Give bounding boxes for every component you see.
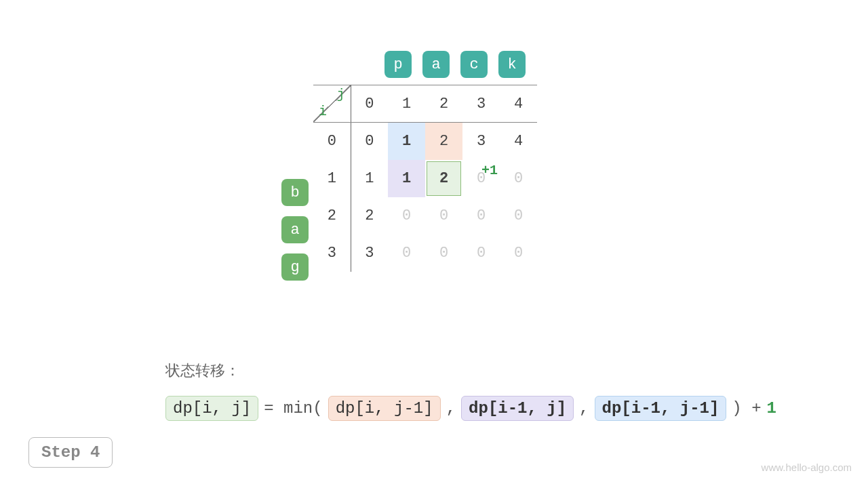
row-header: 0: [313, 123, 351, 160]
dp-cell: 0: [462, 235, 500, 272]
col-header: 4: [500, 85, 537, 123]
formula-expression: dp[i, j] = min( dp[i, j-1] , dp[i-1, j] …: [165, 396, 776, 421]
side-char-tile: a: [281, 216, 309, 243]
row-header: 1: [313, 160, 351, 197]
dp-table: ij01234001234111200220000330000: [313, 85, 537, 272]
dp-cell: 3: [462, 123, 500, 160]
formula-eq: = min(: [262, 399, 323, 418]
col-header: 2: [425, 85, 462, 123]
dp-cell: 0: [500, 160, 537, 197]
formula-term-blue: dp[i-1, j-1]: [595, 396, 727, 421]
dp-cell: 3: [351, 235, 388, 272]
dp-cell: 2: [425, 123, 462, 160]
dp-cell: 0: [351, 123, 388, 160]
dp-cell: 2: [351, 197, 388, 235]
dp-cell: 0: [500, 197, 537, 235]
top-char-tile: k: [498, 51, 526, 78]
axis-corner: ij: [313, 85, 351, 123]
row-header: 2: [313, 197, 351, 235]
formula-term-orange: dp[i, j-1]: [328, 396, 441, 421]
dp-cell: 4: [500, 123, 537, 160]
formula-one: 1: [767, 399, 776, 418]
col-header: 3: [462, 85, 500, 123]
dp-cell: 1: [388, 160, 425, 197]
plus-one-annotation: +1: [481, 163, 498, 178]
formula-title: 状态转移：: [165, 361, 776, 381]
side-char-tile: b: [281, 179, 309, 206]
formula-term-lavender: dp[i-1, j]: [461, 396, 574, 421]
top-char-tile: p: [384, 51, 412, 78]
dp-cell: 0: [388, 235, 425, 272]
dp-cell: 0: [425, 235, 462, 272]
dp-cell: 2: [425, 160, 462, 197]
dp-cell: 0: [388, 197, 425, 235]
watermark: www.hello-algo.com: [762, 462, 852, 473]
dp-cell: 1: [388, 123, 425, 160]
formula-comma1: ,: [445, 399, 457, 418]
formula-close: ) +: [730, 399, 762, 418]
dp-cell: 0: [500, 235, 537, 272]
dp-cell: 0: [425, 197, 462, 235]
top-char-tile: a: [422, 51, 450, 78]
formula-lhs: dp[i, j]: [165, 396, 258, 421]
dp-cell: 1: [351, 160, 388, 197]
formula-comma2: ,: [578, 399, 590, 418]
col-header: 0: [351, 85, 388, 123]
side-string: bag: [281, 179, 309, 281]
formula-section: 状态转移： dp[i, j] = min( dp[i, j-1] , dp[i-…: [165, 361, 776, 421]
row-header: 3: [313, 235, 351, 272]
step-badge: Step 4: [28, 437, 113, 468]
dp-cell: 0: [462, 197, 500, 235]
side-char-tile: g: [281, 253, 309, 281]
col-header: 1: [388, 85, 425, 123]
top-char-tile: c: [460, 51, 488, 78]
top-string: pack: [384, 51, 526, 78]
